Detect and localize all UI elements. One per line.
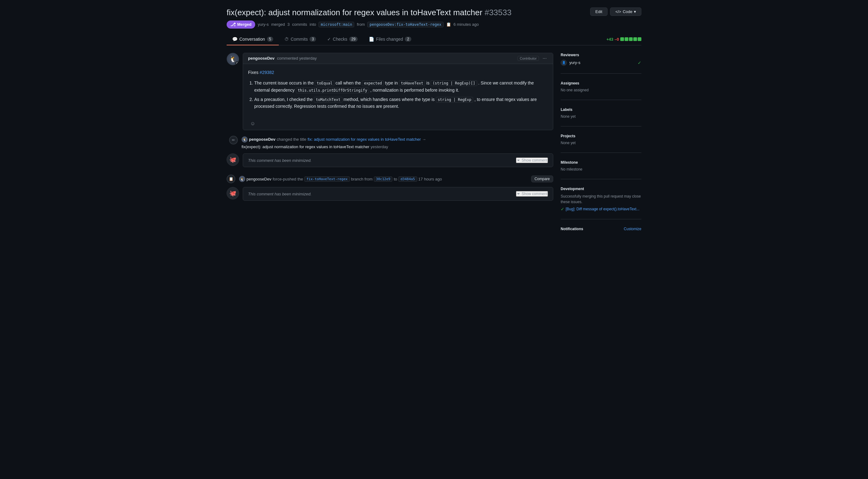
tab-files-changed[interactable]: 📄 Files changed 2 <box>363 34 417 46</box>
minimized-comment-box-2: This comment has been minimized. ⏷ Show … <box>243 187 553 201</box>
pr-meta-row: ⎇ Merged yury-s merged 3 commits into mi… <box>227 21 641 29</box>
avatar-github-2: 🐙 <box>227 187 239 200</box>
sidebar-assignees: Assignees No one assigned <box>561 81 641 100</box>
pr-author: yury-s <box>258 22 269 27</box>
code-button[interactable]: </> Code ▾ <box>610 7 641 16</box>
checks-icon: ✓ <box>327 37 331 41</box>
minimized-comment-2-wrapper: 🐙 This comment has been minimized. ⏷ Sho… <box>227 187 553 204</box>
diff-stats: +43 –0 <box>606 34 641 45</box>
sidebar-projects: Projects None yet <box>561 134 641 153</box>
comment-body-1: Fixes #29382 The current issue occurs in… <box>243 64 553 117</box>
copy-icon[interactable]: 📋 <box>446 22 451 27</box>
code-icon: </> <box>615 9 621 14</box>
show-comment-button-2[interactable]: ⏷ Show comment <box>516 191 548 197</box>
comment-header-1: pengooseDev commented yesterday Contribu… <box>243 53 553 64</box>
avatar-pengoosedev: 🐧 ⚙ <box>227 53 239 65</box>
tab-checks[interactable]: ✓ Checks 29 <box>321 34 363 46</box>
list-item-1: The current issue occurs in the toEqual … <box>254 80 548 93</box>
force-push-content: 🐧 pengooseDev force-pushed the fix-toHav… <box>239 176 553 182</box>
emoji-react-button[interactable]: ☺ <box>248 120 257 127</box>
sidebar-labels: Labels None yet <box>561 108 641 126</box>
show-comment-button-1[interactable]: ⏷ Show comment <box>516 157 548 163</box>
notifications-row: Notifications Customize <box>561 227 641 231</box>
diff-block-1 <box>620 37 624 41</box>
merged-badge: ⎇ Merged <box>227 21 255 29</box>
reviewer-check-icon: ✓ <box>638 60 641 65</box>
diff-block-2 <box>625 37 628 41</box>
files-icon: 📄 <box>369 37 374 41</box>
reviewer-row: 👤 yury-s ✓ <box>561 60 641 66</box>
dev-check-icon: ✓ <box>561 207 564 212</box>
comment-box-1: pengooseDev commented yesterday Contribu… <box>243 53 553 130</box>
diff-blocks <box>620 37 641 41</box>
list-item-2: As a precaution, I checked the toMatchTe… <box>254 96 548 110</box>
timeline-content-1: 🐧 pengooseDev changed the title fix: adj… <box>242 135 553 150</box>
sidebar-reviewers: Reviewers 👤 yury-s ✓ <box>561 53 641 73</box>
timeline-title-change: ✏ 🐧 pengooseDev changed the title fix: a… <box>227 135 553 150</box>
merge-icon: ⎇ <box>230 22 236 27</box>
comment-footer-1: ☺ <box>243 117 553 130</box>
sidebar-development: Development Successfully merging this pu… <box>561 187 641 219</box>
reviewer-avatar: 👤 <box>561 60 567 66</box>
tab-commits[interactable]: ⏱ Commits 3 <box>279 34 321 46</box>
fixes-link[interactable]: #29382 <box>259 70 274 75</box>
force-push-avatar: 🐧 <box>239 176 245 182</box>
diff-block-3 <box>629 37 633 41</box>
pr-title: fix(expect): adjust normalization for re… <box>227 7 641 18</box>
github-octocat-icon-2: 🐙 <box>229 190 236 197</box>
diff-block-5 <box>638 37 641 41</box>
github-octocat-icon-1: 🐙 <box>229 156 236 163</box>
compare-button[interactable]: Compare <box>531 176 553 182</box>
sidebar-notifications: Notifications Customize <box>561 227 641 239</box>
tabs-bar: 💬 Conversation 5 ⏱ Commits 3 ✓ Checks 29… <box>227 34 641 46</box>
dev-issue-link[interactable]: ✓ [Bug]: Diff message of expect().toHave… <box>561 207 641 212</box>
force-push-to-commit[interactable]: d3484a5 <box>398 176 417 182</box>
show-comment-icon-1: ⏷ <box>517 158 520 162</box>
customize-link[interactable]: Customize <box>624 227 641 231</box>
main-layout: 🐧 ⚙ pengooseDev commented yesterday Cont… <box>227 53 641 246</box>
base-branch-tag: microsoft:main <box>318 22 354 27</box>
chevron-down-icon: ▾ <box>634 9 636 14</box>
tab-conversation[interactable]: 💬 Conversation 5 <box>227 34 279 46</box>
commits-icon: ⏱ <box>284 37 289 41</box>
sidebar: Reviewers 👤 yury-s ✓ Assignees No one as… <box>561 53 641 246</box>
show-comment-icon-2: ⏷ <box>517 192 520 196</box>
comment-menu-button[interactable]: ··· <box>541 56 548 61</box>
minimized-comment-box-1: This comment has been minimized. ⏷ Show … <box>243 153 553 167</box>
minimized-comment-1-wrapper: 🐙 This comment has been minimized. ⏷ Sho… <box>227 153 553 171</box>
conversation-icon: 💬 <box>232 37 238 41</box>
force-push-icon: 📋 <box>227 175 235 183</box>
reviewer-avatar-icon: 👤 <box>562 61 566 64</box>
force-push-timeline: 📋 🐧 pengooseDev force-pushed the fix-toH… <box>227 175 553 183</box>
diff-block-4 <box>633 37 637 41</box>
force-push-branch-tag: fix-toHaveText-regex <box>304 176 349 182</box>
edit-timeline-icon: ✏ <box>229 136 238 145</box>
force-push-from-commit[interactable]: 30c12e9 <box>374 176 393 182</box>
avatar-github-1: 🐙 <box>227 153 239 166</box>
avatar-badge: ⚙ <box>235 61 239 65</box>
sidebar-milestone: Milestone No milestone <box>561 160 641 179</box>
edit-button[interactable]: Edit <box>590 7 608 16</box>
head-branch-tag: pengooseDev:fix-toHaveText-regex <box>367 22 443 27</box>
timeline-avatar-1: 🐧 <box>242 137 248 143</box>
main-content: 🐧 ⚙ pengooseDev commented yesterday Cont… <box>227 53 553 208</box>
comment-thread-1: 🐧 ⚙ pengooseDev commented yesterday Cont… <box>227 53 553 130</box>
contributor-badge: Contributor <box>518 56 538 61</box>
